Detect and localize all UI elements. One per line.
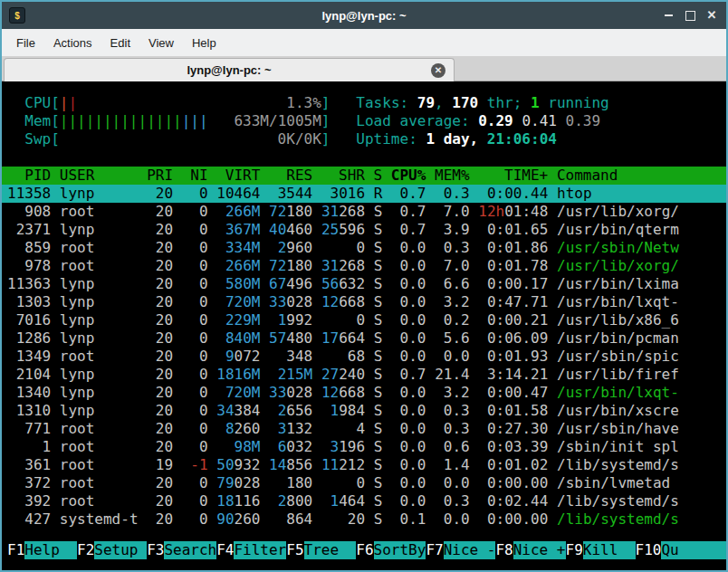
process-row[interactable]: 11363 lynp 20 0 580M 67496 56632 S 0.0 6… [2, 275, 726, 293]
cell-mempct: 7.0 [435, 203, 470, 220]
process-row[interactable]: 7016 lynp 20 0 229M 1992 0 S 0.0 0.2 0:0… [2, 311, 726, 329]
column-header-pri[interactable]: PRI [147, 167, 182, 184]
menu-actions[interactable]: Actions [44, 32, 101, 54]
fkey-f8-label[interactable]: Nice + [513, 541, 566, 559]
fkey-f3[interactable]: F3 [147, 541, 164, 559]
cpu-meter-label: CPU[ [24, 94, 60, 111]
fkey-f2[interactable]: F2 [77, 541, 94, 559]
minimize-icon[interactable] [663, 10, 674, 21]
cell-mem: 720M [216, 293, 260, 310]
text-run [382, 257, 391, 274]
fkey-f3-label[interactable]: Search [164, 541, 216, 559]
process-row[interactable]: 1303 lynp 20 0 720M 33028 12668 S 0.0 3.… [2, 293, 726, 311]
text-run [139, 348, 148, 365]
text-run [330, 130, 356, 148]
fkey-f4-label[interactable]: Filter [234, 541, 286, 559]
column-header-ni[interactable]: NI [182, 167, 217, 184]
terminal-screen[interactable]: CPU[|| 1.3%] Tasks: 79, 170 thr; 1 runni… [2, 81, 726, 570]
fkey-f8[interactable]: F8 [495, 541, 512, 559]
tab-terminal[interactable]: lynp@lyn-pc: ~ ✕ [4, 58, 455, 81]
column-header-s[interactable]: S [374, 167, 391, 184]
text-run [260, 221, 269, 238]
column-header-time[interactable]: TIME+ [478, 167, 557, 184]
cell-mem: 367M [216, 221, 260, 238]
cell-state: S [374, 384, 383, 401]
process-row[interactable]: 1349 root 20 0 9072 348 68 S 0.0 0.0 0:0… [2, 348, 726, 366]
cell-mem: 464 [339, 492, 365, 510]
fkey-f1[interactable]: F1 [7, 541, 24, 559]
maximize-icon[interactable] [685, 10, 695, 21]
fkey-f5-label[interactable]: Tree [304, 541, 357, 559]
menu-file[interactable]: File [7, 32, 44, 54]
fkey-f10-label[interactable]: Qu [661, 541, 726, 559]
column-header-pid[interactable]: PID [7, 167, 60, 184]
fkey-f9-label[interactable]: Kill [583, 541, 636, 559]
cell-mem: 632 [339, 275, 365, 292]
cell-ni: 0 [182, 221, 208, 238]
fkey-f9[interactable]: F9 [566, 541, 583, 559]
cell-ni: 0 [182, 510, 208, 528]
process-row[interactable]: 2371 lynp 20 0 367M 40460 25596 S 0.7 3.… [2, 221, 726, 239]
menu-view[interactable]: View [139, 32, 183, 54]
cell-cpu: 0.0 [391, 402, 426, 419]
process-row[interactable]: 2104 lynp 20 0 1816M 215M 27240 S 0.7 21… [2, 366, 726, 384]
process-row[interactable]: 361 root 19 -1 50932 14856 11212 S 0.0 1… [2, 456, 726, 474]
text-run [312, 257, 321, 274]
tab-close-icon[interactable]: ✕ [431, 63, 445, 78]
fkey-f4[interactable]: F4 [216, 541, 234, 559]
process-row[interactable]: 427 systemd-t 20 0 90260 864 20 S 0.1 0.… [2, 510, 726, 529]
process-row[interactable]: 372 root 20 0 79028 180 0 S 0.0 0.0 0:00… [2, 474, 726, 492]
process-row[interactable]: 1310 lynp 20 0 34384 2656 1984 S 0.0 0.3… [2, 402, 726, 420]
cell-user: lynp [60, 311, 139, 329]
text-run [426, 311, 436, 329]
column-header-mem[interactable]: MEM% [435, 167, 478, 184]
column-header-shr[interactable]: SHR [321, 167, 374, 184]
cell-state: S [374, 510, 383, 528]
process-row[interactable]: 908 root 20 0 266M 72180 31268 S 0.7 7.0… [2, 203, 726, 221]
cell-cpu: 0.0 [391, 275, 426, 292]
text-run [173, 402, 182, 419]
text-run [51, 257, 60, 274]
fkey-f6-label[interactable]: SortBy [374, 541, 426, 559]
text-run [208, 275, 217, 292]
column-header-cpu[interactable]: CPU% [391, 167, 435, 184]
process-row[interactable]: 978 root 20 0 266M 72180 31268 S 0.0 7.0… [2, 257, 726, 275]
process-row[interactable]: 392 root 20 0 18116 2800 1464 S 0.0 0.3 … [2, 492, 726, 510]
cell-mem: 0 [321, 239, 365, 256]
column-header-res[interactable]: RES [269, 167, 321, 184]
cell-ni: 0 [182, 275, 208, 292]
process-row[interactable]: 859 root 20 0 334M 2960 0 S 0.0 0.3 0:01… [2, 239, 726, 257]
cell-state: S [374, 420, 383, 437]
cell-mempct: 3.2 [435, 293, 470, 310]
fkey-f10[interactable]: F10 [636, 541, 662, 559]
fkey-f5[interactable]: F5 [286, 541, 303, 559]
fkey-f7[interactable]: F7 [426, 541, 443, 559]
menu-help[interactable]: Help [183, 32, 225, 54]
process-row[interactable]: 1286 lynp 20 0 840M 57480 17664 S 0.0 5.… [2, 329, 726, 348]
cell-mempct: 3.9 [435, 221, 470, 238]
cell-state: S [374, 239, 383, 256]
process-row[interactable]: 771 root 20 0 8260 3132 4 S 0.0 0.3 0:27… [2, 420, 726, 438]
column-header-command[interactable]: Command [557, 167, 618, 184]
text-run [51, 366, 60, 383]
fkey-f1-label[interactable]: Help [24, 541, 77, 559]
process-row[interactable]: 1 root 20 0 98M 6032 3196 S 0.0 0.6 0:03… [2, 438, 726, 456]
cell-mem: 3 [269, 185, 286, 202]
cell-mem: 0 [321, 311, 365, 329]
close-icon[interactable]: ✕ [706, 10, 717, 21]
fkey-f2-label[interactable]: Setup [94, 541, 147, 559]
column-header-virt[interactable]: VIRT [216, 167, 269, 184]
process-row[interactable]: 1340 lynp 20 0 720M 33028 12668 S 0.0 3.… [2, 384, 726, 402]
fkey-f6[interactable]: F6 [356, 541, 373, 559]
fkey-f7-label[interactable]: Nice - [444, 541, 496, 559]
cell-cpu: 0.0 [391, 329, 426, 347]
cell-pid: 11358 [7, 185, 51, 202]
cell-time: 0:06.09 [478, 329, 548, 347]
cell-pid: 7016 [7, 311, 51, 329]
titlebar[interactable]: $ lynp@lyn-pc: ~ ✕ [2, 2, 726, 29]
cell-mem: 14 [269, 456, 286, 473]
process-row[interactable]: 11358 lynp 20 0 10464 3544 3016 R 0.7 0.… [2, 185, 726, 203]
column-header-user[interactable]: USER [60, 167, 147, 184]
text-run [173, 384, 182, 401]
menu-edit[interactable]: Edit [101, 32, 139, 54]
